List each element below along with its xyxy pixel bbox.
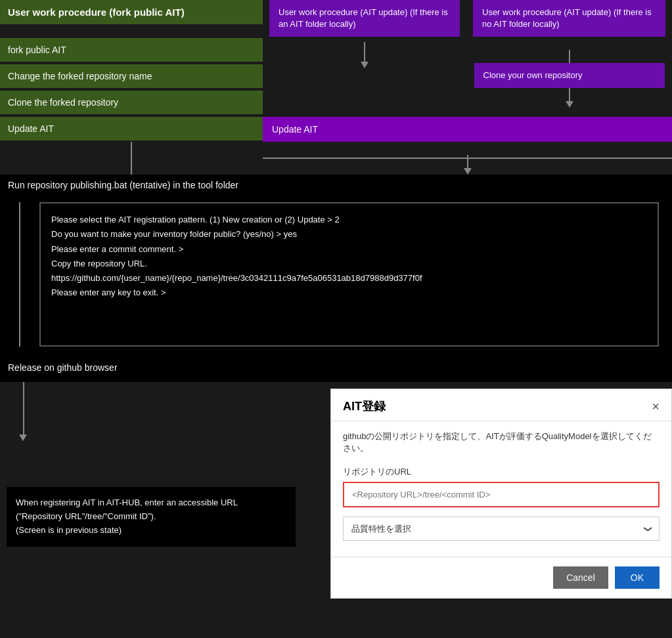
dialog-description: githubの公開リポジトリを指定して、AITが評価するQualityModel… — [343, 431, 660, 454]
release-row: Release on github browser — [0, 353, 672, 382]
dialog-close-button[interactable]: × — [652, 399, 660, 414]
ok-button[interactable]: OK — [615, 566, 660, 589]
step-change-name: Change the forked repository name — [0, 64, 263, 88]
run-repo-row: Run repository publishing.bat (tentative… — [0, 175, 672, 196]
dialog-title: AIT登録 — [343, 398, 386, 414]
quality-select[interactable]: 品質特性を選択 — [343, 517, 660, 541]
mid-header: User work procedure (AIT update) (If the… — [269, 0, 460, 37]
register-info: When registering AIT in AIT-HUB, enter a… — [7, 487, 296, 546]
step-fork: fork public AIT — [0, 38, 263, 62]
repo-url-label: リポジトリのURL — [343, 466, 660, 478]
cancel-button[interactable]: Cancel — [553, 566, 608, 589]
update-ait-label: Update AIT — [272, 124, 318, 135]
step-update-ait: Update AIT — [0, 117, 263, 140]
step-clone: Clone the forked repository — [0, 91, 263, 114]
left-header: User work procedure (fork public AIT) — [0, 0, 263, 24]
dialog-header: AIT登録 × — [331, 389, 671, 421]
ait-registration-dialog: AIT登録 × githubの公開リポジトリを指定して、AITが評価するQual… — [330, 389, 672, 599]
repo-url-input[interactable] — [343, 482, 660, 507]
terminal-output: Please select the AIT registration patte… — [39, 202, 659, 347]
clone-own-repo: Clone your own repository — [474, 63, 665, 88]
right-header: User work procedure (AIT update) (If the… — [473, 0, 665, 37]
